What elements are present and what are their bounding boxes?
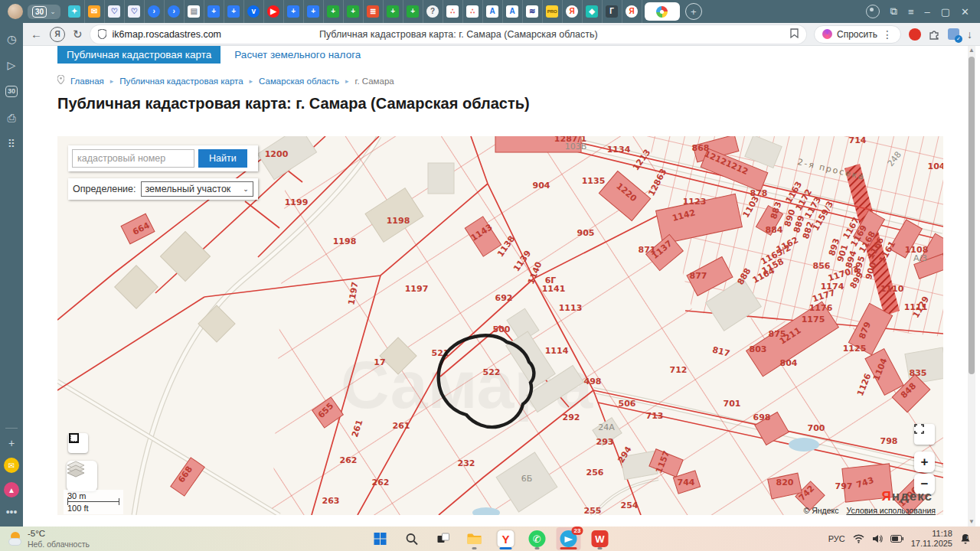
- search-icon: [405, 533, 418, 546]
- translate-doc-icon[interactable]: [948, 28, 959, 40]
- parcel-label: 692: [495, 293, 513, 303]
- new-tab-button[interactable]: +: [685, 3, 702, 20]
- adblock-extension-icon[interactable]: [909, 28, 921, 41]
- speaker-icon[interactable]: [872, 534, 883, 543]
- scroll-up-arrow[interactable]: ▲: [968, 46, 975, 55]
- whatsapp-button[interactable]: ✆: [525, 527, 550, 550]
- zoom-in-button[interactable]: +: [914, 452, 935, 472]
- file-explorer-button[interactable]: [462, 527, 487, 550]
- more-icon[interactable]: •••: [6, 507, 18, 517]
- measure-tool-button[interactable]: [68, 433, 88, 453]
- browser-tab[interactable]: ›: [145, 0, 165, 23]
- parcel-label: 1141: [542, 284, 566, 294]
- tab-land-tax[interactable]: Расчет земельного налога: [234, 49, 361, 60]
- breadcrumb-separator: ▸: [250, 77, 253, 85]
- screenshot-icon[interactable]: ⎙: [7, 112, 15, 123]
- crumb-map[interactable]: Публичная кадастровая карта: [119, 77, 243, 86]
- active-tab[interactable]: [645, 2, 680, 21]
- browser-tabbar: 30 ⌄ ✦✉♡♡››▤++ᴠ▶++++≣++?∴∴AA≋PROЯ◆ГЯ + ⧉…: [0, 0, 980, 23]
- browser-tab[interactable]: Г: [603, 0, 622, 23]
- browser-tab[interactable]: +: [344, 0, 364, 23]
- maximize-button[interactable]: ▢: [941, 6, 950, 18]
- browser-tab[interactable]: +: [403, 0, 423, 23]
- mail-icon[interactable]: ✉: [4, 458, 19, 473]
- browser-tab[interactable]: +: [324, 0, 344, 23]
- crumb-region[interactable]: Самарская область: [259, 77, 339, 86]
- terms-link[interactable]: Условия использования: [846, 506, 936, 515]
- browser-tab[interactable]: ∴: [463, 0, 483, 23]
- player-icon[interactable]: ▷: [8, 60, 16, 70]
- tabs-count[interactable]: 30: [5, 86, 18, 97]
- download-icon[interactable]: ↓: [967, 28, 972, 41]
- reload-button[interactable]: ↻: [73, 28, 83, 41]
- extension-icon[interactable]: [929, 28, 940, 40]
- close-button[interactable]: ✕: [961, 6, 969, 18]
- browser-tab[interactable]: +: [304, 0, 324, 23]
- telegram-button[interactable]: 23: [557, 527, 581, 550]
- fullscreen-button[interactable]: [914, 424, 935, 445]
- parcel-label: 232: [458, 458, 475, 468]
- browser-tab[interactable]: ▤: [185, 0, 204, 23]
- browser-tab[interactable]: A: [483, 0, 503, 23]
- browser-tab[interactable]: ✉: [85, 0, 105, 23]
- battery-icon[interactable]: [890, 535, 903, 543]
- browser-tab[interactable]: +: [224, 0, 244, 23]
- definition-select[interactable]: земельный участок ⌄: [141, 181, 253, 197]
- browser-tab[interactable]: ᴠ: [244, 0, 264, 23]
- chevron-down-icon: ⌄: [50, 8, 56, 15]
- browser-tab[interactable]: ♡: [105, 0, 125, 23]
- user-icon[interactable]: [866, 5, 880, 18]
- browser-tab[interactable]: A: [503, 0, 523, 23]
- tabs-panel-icon[interactable]: ⧉: [890, 5, 897, 18]
- start-button[interactable]: [368, 527, 393, 550]
- tab-group-chip[interactable]: 30 ⌄: [28, 5, 60, 19]
- search-button[interactable]: Найти: [198, 149, 247, 168]
- alice-icon[interactable]: ▲: [4, 482, 19, 497]
- browser-tab[interactable]: +: [204, 0, 224, 23]
- scrollbar-thumb[interactable]: [969, 57, 975, 374]
- back-button[interactable]: ←: [31, 28, 42, 41]
- browser-tab[interactable]: ≣: [364, 0, 384, 23]
- apps-grid-icon[interactable]: ⠿: [8, 139, 15, 149]
- cadastral-map[interactable]: Самара 1200119911981198119711976641287/1…: [57, 136, 943, 515]
- browser-tab[interactable]: ?: [423, 0, 443, 23]
- bookmark-icon[interactable]: [790, 28, 799, 41]
- notification-bell-icon[interactable]: z: [960, 533, 971, 544]
- browser-tab[interactable]: Я: [563, 0, 583, 23]
- history-icon[interactable]: ◷: [7, 34, 16, 44]
- ask-alice-button[interactable]: Спросить ⋮: [814, 25, 901, 44]
- browser-tab[interactable]: Я: [622, 0, 642, 23]
- taskbar-clock[interactable]: 11:18 17.11.2025: [911, 529, 952, 549]
- minimize-button[interactable]: –: [925, 6, 930, 18]
- browser-tab[interactable]: ✦: [65, 0, 85, 23]
- browser-tab[interactable]: ◆: [583, 0, 603, 23]
- wps-office-button[interactable]: W: [588, 527, 612, 550]
- tab-cadastral-map[interactable]: Публичная кадастровая карта: [57, 46, 220, 64]
- browser-tab[interactable]: ≋: [523, 0, 543, 23]
- scroll-down-arrow[interactable]: ▼: [968, 517, 975, 527]
- profile-avatar[interactable]: [8, 4, 23, 19]
- page-scrollbar[interactable]: ▲ ▼: [968, 46, 975, 527]
- layers-button[interactable]: [67, 461, 97, 491]
- browser-tab[interactable]: +: [284, 0, 304, 23]
- menu-icon[interactable]: ≡: [908, 6, 914, 18]
- kebab-menu-icon[interactable]: ⋮: [882, 28, 893, 41]
- browser-tab[interactable]: ▶: [264, 0, 284, 23]
- address-bar[interactable]: ik6map.roscadastres.com Публичная кадаст…: [90, 25, 806, 44]
- language-indicator[interactable]: РУС: [828, 534, 845, 543]
- yandex-home-button[interactable]: Я: [50, 27, 65, 42]
- add-icon[interactable]: +: [8, 438, 15, 448]
- map-scale: 30 m 100 ft: [64, 490, 123, 514]
- browser-tab[interactable]: ♡: [125, 0, 145, 23]
- crumb-home[interactable]: Главная: [70, 77, 104, 86]
- wifi-icon[interactable]: [853, 534, 864, 543]
- weather-widget[interactable]: -5°C Неб. облачность: [0, 529, 90, 548]
- browser-tab[interactable]: +: [384, 0, 403, 23]
- browser-tab[interactable]: ›: [165, 0, 185, 23]
- browser-tab[interactable]: PRO: [543, 0, 563, 23]
- cadastral-number-input[interactable]: [72, 149, 194, 168]
- taskbar-search-button[interactable]: [400, 527, 424, 550]
- task-view-button[interactable]: [431, 527, 456, 550]
- yandex-browser-button[interactable]: Y: [494, 527, 518, 550]
- browser-tab[interactable]: ∴: [443, 0, 463, 23]
